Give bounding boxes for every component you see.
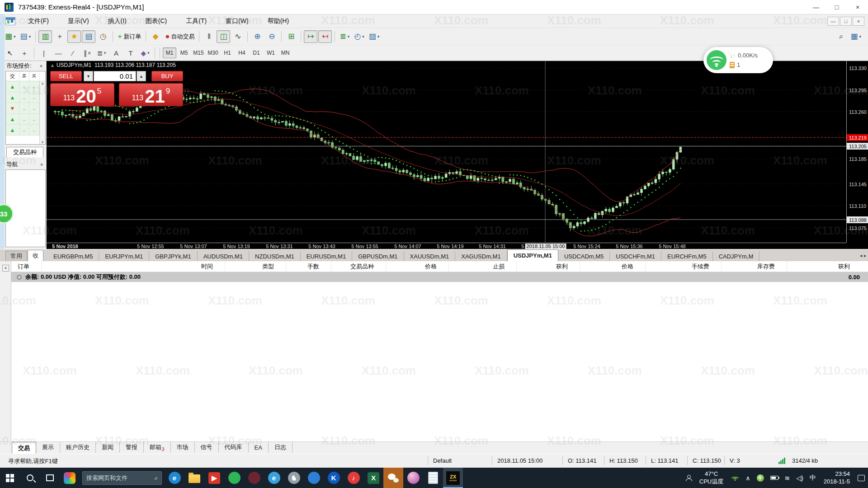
video-app-button[interactable]: ▶ bbox=[204, 468, 224, 488]
data-window-button[interactable]: + bbox=[53, 30, 66, 43]
bar-chart-button[interactable]: ‖ bbox=[202, 30, 216, 43]
symbol-tab-usdcadm[interactable]: USDCADm,M5 bbox=[558, 251, 610, 261]
terminal-tab-10[interactable]: 日志 bbox=[269, 442, 292, 453]
menu-item-0[interactable]: 文件(F) bbox=[22, 15, 55, 27]
metaeditor-button[interactable]: ◆ bbox=[149, 30, 162, 43]
panel-tab-0[interactable]: 常用 bbox=[5, 251, 27, 261]
chess-app-button[interactable]: ♞ bbox=[284, 468, 304, 488]
symbol-tab-gbpusdm[interactable]: GBPUSDm,M1 bbox=[352, 251, 404, 261]
symbol-tab-xauusdm[interactable]: XAUUSDm,M1 bbox=[404, 251, 456, 261]
lot-decrease-button[interactable]: ▼ bbox=[84, 71, 93, 81]
symbol-tab-nzdusdm[interactable]: NZDUSDm,M1 bbox=[249, 251, 301, 261]
navigator-button[interactable]: ★ bbox=[67, 30, 81, 43]
terminal-tab-9[interactable]: EA bbox=[249, 442, 269, 453]
start-button[interactable] bbox=[0, 468, 20, 488]
terminal-tab-2[interactable]: 账户历史 bbox=[60, 442, 96, 453]
terminal-col-1[interactable]: 时间 bbox=[201, 261, 225, 272]
menu-item-2[interactable]: 插入(I) bbox=[102, 15, 133, 27]
market-watch-col-1[interactable]: 卖 bbox=[19, 71, 29, 81]
terminal-tab-8[interactable]: 代码库 bbox=[219, 442, 249, 453]
tabs-scroll-left-icon[interactable]: ◂ bbox=[860, 253, 862, 258]
blue-app-button[interactable] bbox=[304, 468, 324, 488]
symbol-tab-cadjpym[interactable]: CADJPYm,M bbox=[713, 251, 760, 261]
wifi-tray-button[interactable] bbox=[728, 468, 742, 488]
notepad-app-button[interactable] bbox=[423, 468, 443, 488]
crosshair-button[interactable]: + bbox=[18, 47, 31, 59]
symbol-tab-eurusdm[interactable]: EURUSDm,M1 bbox=[301, 251, 352, 261]
terminal-col-3[interactable]: 手数 bbox=[307, 261, 331, 272]
avatar-app-button[interactable] bbox=[403, 468, 423, 488]
battery-tray-button[interactable] bbox=[767, 468, 782, 488]
timeframe-m5-button[interactable]: M5 bbox=[177, 47, 191, 58]
new-chart-button[interactable]: ▦▾ bbox=[3, 30, 18, 43]
signal-tray-button[interactable]: ≋ bbox=[782, 468, 793, 488]
fibonacci-button[interactable]: ≣F bbox=[95, 47, 108, 59]
terminal-col-2[interactable]: 类型 bbox=[262, 261, 286, 272]
menu-item-6[interactable]: 帮助(H) bbox=[261, 15, 295, 27]
vertical-line-button[interactable]: | bbox=[37, 47, 51, 59]
chart-shift-button[interactable]: ↤ bbox=[318, 30, 332, 43]
zoom-in-button[interactable]: ⊕ bbox=[250, 30, 264, 43]
horizontal-line-button[interactable]: — bbox=[52, 47, 65, 59]
wechat-button[interactable] bbox=[383, 468, 403, 488]
terminal-tab-0[interactable]: 交易 bbox=[12, 442, 36, 454]
terminal-tab-6[interactable]: 市场 bbox=[171, 442, 195, 453]
music-app-button[interactable]: ♪ bbox=[344, 468, 363, 488]
edge-browser-button[interactable]: e bbox=[165, 468, 184, 488]
chart-area[interactable]: ▲USDJPYm,M1 113.193 113.206 113.187 113.… bbox=[47, 61, 868, 249]
k-app-button[interactable]: K bbox=[324, 468, 344, 488]
timeframe-m1-button[interactable]: M1 bbox=[163, 47, 176, 58]
close-button[interactable]: × bbox=[847, 0, 868, 14]
taskbar-clock[interactable]: 23:542018-11-5 bbox=[819, 470, 854, 486]
new-order-button[interactable]: +新订单 bbox=[116, 30, 143, 43]
terminal-tab-3[interactable]: 新闻 bbox=[96, 442, 120, 453]
people-button[interactable] bbox=[682, 468, 695, 488]
timeframe-mn-button[interactable]: MN bbox=[278, 47, 292, 58]
panel-tab-1[interactable]: 收 bbox=[28, 250, 43, 261]
menu-item-5[interactable]: 窗口(W) bbox=[219, 15, 255, 27]
antivirus-tray-button[interactable]: + bbox=[754, 468, 767, 488]
terminal-tab-7[interactable]: 信号 bbox=[195, 442, 219, 453]
buy-price-button[interactable]: 113219 bbox=[119, 83, 183, 106]
taskbar-search-box[interactable]: 搜索网页和文件⌕ bbox=[82, 471, 162, 485]
minimize-button[interactable]: — bbox=[806, 0, 826, 14]
indicators-button[interactable]: ≣▾ bbox=[338, 30, 351, 43]
green-app-button[interactable] bbox=[224, 468, 244, 488]
symbol-tab-usdchfm[interactable]: USDCHFm,M1 bbox=[610, 251, 661, 261]
sell-price-button[interactable]: 113205 bbox=[50, 83, 114, 106]
terminal-col-5[interactable]: 价格 bbox=[425, 261, 449, 272]
profiles-button[interactable]: ▤▾ bbox=[19, 30, 33, 43]
terminal-close-icon[interactable]: × bbox=[2, 265, 9, 272]
terminal-tab-1[interactable]: 展示 bbox=[36, 442, 60, 453]
cursor-button[interactable]: ↖ bbox=[3, 47, 17, 59]
auto-scroll-button[interactable]: ↦ bbox=[304, 30, 317, 43]
timeframe-h1-button[interactable]: H1 bbox=[221, 47, 234, 58]
text-label-button[interactable]: T bbox=[124, 47, 137, 59]
candlestick-chart-button[interactable]: ◫ bbox=[217, 30, 230, 43]
terminal-col-4[interactable]: 交易品种 bbox=[350, 261, 386, 272]
symbol-tab-eurchfm[interactable]: EURCHFm,M5 bbox=[661, 251, 713, 261]
strategy-tester-button[interactable]: ◷ bbox=[96, 30, 110, 43]
maximize-button[interactable]: □ bbox=[826, 0, 847, 14]
zoom-out-button[interactable]: ⊖ bbox=[265, 30, 278, 43]
symbol-tab-usdjpym[interactable]: USDJPYm,M1 bbox=[507, 249, 558, 261]
terminal-tab-5[interactable]: 邮箱3 bbox=[144, 442, 171, 453]
child-close-button[interactable]: × bbox=[853, 17, 864, 26]
arrows-tool-button[interactable]: ◆▾ bbox=[138, 47, 152, 59]
symbol-tab-eurgbpm[interactable]: EURGBPm,M5 bbox=[47, 251, 99, 261]
tray-expand-button[interactable]: ∧ bbox=[742, 468, 753, 488]
media-app-button[interactable] bbox=[60, 468, 80, 488]
terminal-col-10[interactable]: 库存费 bbox=[757, 261, 787, 272]
buy-button[interactable]: BUY bbox=[151, 71, 183, 81]
sell-button[interactable]: SELL bbox=[50, 71, 82, 81]
terminal-col-0[interactable]: 订单 bbox=[18, 261, 42, 272]
exness-app-button[interactable]: ZXexness bbox=[443, 468, 463, 488]
file-explorer-button[interactable] bbox=[184, 468, 204, 488]
equidistant-channel-button[interactable]: ∥E bbox=[80, 47, 94, 59]
symbol-tab-eurjpym[interactable]: EURJPYm,M1 bbox=[99, 251, 149, 261]
lot-size-input[interactable] bbox=[94, 71, 136, 81]
task-view-button[interactable] bbox=[40, 468, 60, 488]
child-restore-button[interactable]: □ bbox=[840, 17, 852, 26]
symbol-tab-xagusdm[interactable]: XAGUSDm,M1 bbox=[455, 251, 507, 261]
terminal-tab-4[interactable]: 警报 bbox=[120, 442, 144, 453]
